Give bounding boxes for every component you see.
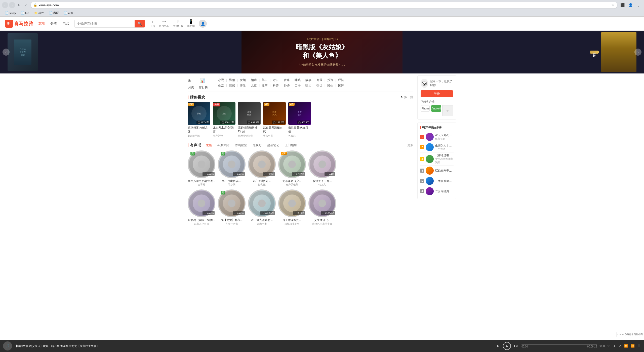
cat-emotion[interactable]: 情感 xyxy=(229,83,235,89)
refresh-button[interactable]: ↻ 换一批 xyxy=(401,95,413,99)
login-button[interactable]: 登录 xyxy=(421,90,453,97)
back-button[interactable]: ← xyxy=(2,2,8,8)
rank-item-4[interactable]: 4 话说嘉宋子：嘉朝30位才子与宋... xyxy=(420,166,454,176)
audio-card-4[interactable]: VIP 🎧 17.37亿 无罪谋杀（义... 有声的依靠 xyxy=(278,150,306,186)
audio-card-6[interactable]: 🎧 3.57亿 金瓶梅（国家一级播... 说书人小马哥 xyxy=(188,189,215,225)
rank-item-3[interactable]: 3 【评论送书】货币战争... 货币战争作者宋鸿兵 xyxy=(420,152,454,166)
audio-card-3[interactable]: 🎧 7.68亿 名门甜妻: 向... 妙儿姐 xyxy=(248,150,276,186)
tab-shangmen[interactable]: 上门婚婿 xyxy=(283,143,298,148)
player-download-button[interactable]: ⬇ xyxy=(613,344,616,348)
nav-radio[interactable]: 电台 xyxy=(62,20,69,27)
search-input[interactable] xyxy=(75,22,135,25)
banner-next-button[interactable]: › xyxy=(634,49,641,56)
player-list-button[interactable]: ☰ xyxy=(637,344,641,348)
cat-bedstory[interactable]: 故事 xyxy=(305,77,311,83)
cat-economy[interactable]: 经济 xyxy=(338,77,344,83)
cat-standup[interactable]: 单口 xyxy=(262,77,268,83)
guess-card-4[interactable]: 武道天风 VIP 🎧 152.5万 武道天风流秘史|武... 半条鱼儿 xyxy=(263,102,286,138)
bookmark-study[interactable]: 📄 study xyxy=(4,11,17,15)
creation-center-action[interactable]: ✏ 创作中心 xyxy=(159,19,169,28)
cat-sleep[interactable]: 睡眠 xyxy=(295,77,301,83)
audio-card-1[interactable]: 完 🎧 3.03亿 重生八零之肥妻逆袭... 古青蛙 xyxy=(188,150,215,186)
url-input[interactable] xyxy=(39,3,610,7)
cat-novel[interactable]: 小说 xyxy=(218,77,224,83)
refresh-button[interactable]: ↻ xyxy=(16,2,22,8)
cat-foreign[interactable]: 外语 xyxy=(284,83,290,89)
ranking-icon-item[interactable]: 📊 排行榜 xyxy=(199,77,208,90)
tab-xiangjiaxingkong[interactable]: 香噶星空 xyxy=(233,143,249,148)
categories-icon-item[interactable]: ⊞ 分类 xyxy=(188,77,195,90)
cat-listening[interactable]: 听力 xyxy=(305,83,311,89)
cat-science[interactable]: 科普 xyxy=(273,83,279,89)
rank-item-2[interactable]: 2 生而为人｜底层社会的... 一个述话 xyxy=(420,142,454,152)
tab-guichuiding[interactable]: 鬼吹灯 xyxy=(251,143,263,148)
cat-business[interactable]: 商业 xyxy=(316,77,323,83)
cat-male[interactable]: 男频 xyxy=(229,77,235,83)
extensions-button[interactable]: ⬛ xyxy=(619,2,626,9)
guess-card-2[interactable]: 龙血 热播 🎧 1081.2万 龙血风水师|免费|雪... 零声朗读 xyxy=(213,102,235,138)
guess-card-3[interactable]: 高销情商 🎧 634.9万 高销情商销售技巧: 如... 德元赞销智慧 xyxy=(238,102,261,138)
player-speed-button[interactable]: x1.0 xyxy=(599,344,605,347)
audio-card-7[interactable]: 完 🎧 3.93亿 完【免费】都市... 九零一听书 xyxy=(218,189,246,225)
cat-children[interactable]: 儿童 xyxy=(251,83,257,89)
guess-card-1[interactable]: 探秘 VIP 🎧 487.4万 探秘档案|未解之谜... Stellar星脉 xyxy=(188,102,210,138)
address-bar[interactable]: 🔒 ☆ xyxy=(31,2,617,9)
upload-label: 上传 xyxy=(150,24,155,28)
player-favorite-button[interactable]: ♡ xyxy=(607,344,611,348)
cat-international[interactable]: 国际 xyxy=(338,83,344,89)
audio-card-2[interactable]: 完 🎧 2.93亿 终山伏魔传说|... 零少侠 xyxy=(218,150,246,186)
rank-name-2: 生而为人｜底层社会的... xyxy=(435,144,454,147)
audio-card-8[interactable]: 🎧 2319.1万 冷王溺宠盗墓材... cv老七七 xyxy=(248,189,276,225)
rank-item-6[interactable]: 6 二月河经典帝王三郎曲｜鲁海淳宁... xyxy=(420,186,454,196)
audio-card-9[interactable]: 🎧 8.79亿 冷王毒宠医妃... 橘橘橘小文鱼 xyxy=(278,189,306,225)
forward-button[interactable]: → xyxy=(9,2,15,8)
cat-story[interactable]: 故事 xyxy=(262,83,268,89)
banner-content[interactable]: 《死亡童话》| 豆瓣评分9.2 暗黑版《灰姑娘》 和《美人鱼》 让你瞬间头皮发麻… xyxy=(242,31,403,73)
audiobooks-more[interactable]: 更多 xyxy=(407,143,413,147)
guess-card-5[interactable]: 盖世仙尊 VIP 🎧 838.7万 盖世仙尊|热血仙侠... 苏牧北 xyxy=(288,102,311,138)
tab-longzu[interactable]: 龙族 xyxy=(204,143,213,148)
profile-button[interactable]: 👤 xyxy=(627,2,634,9)
android-download-button[interactable]: Android xyxy=(431,105,441,112)
cat-music[interactable]: 音乐 xyxy=(284,77,290,83)
client-action[interactable]: 📱 客户端 xyxy=(187,19,195,28)
player-prev-ep-button[interactable]: ⏪ xyxy=(624,344,628,348)
upload-action[interactable]: ↑ 上传 xyxy=(150,19,155,28)
search-button[interactable]: 🔍 xyxy=(135,20,145,28)
cat-people[interactable]: 民生 xyxy=(327,83,333,89)
bookmark-kaoyan[interactable]: 📄 考研 xyxy=(48,11,60,15)
player-share-button[interactable]: ↗ xyxy=(618,344,622,348)
more-button[interactable]: ⋮ xyxy=(635,2,642,9)
player-next-button[interactable]: ⏭ xyxy=(513,343,519,349)
player-prev-button[interactable]: ⏮ xyxy=(495,343,501,349)
banner-prev-button[interactable]: ‹ xyxy=(3,49,10,56)
cat-dialogue[interactable]: 对口 xyxy=(273,77,279,83)
audio-card-10[interactable]: 🎧 1544.7万 艾宝播讲（... 演播艺术家艾宝具 xyxy=(308,189,336,225)
cat-female[interactable]: 女频 xyxy=(240,77,246,83)
tab-daomubiji[interactable]: 盗墓笔记 xyxy=(266,143,281,148)
nav-categories[interactable]: 分类 xyxy=(50,20,57,27)
banner-right-badge[interactable]: 一键解谜 xyxy=(590,51,599,54)
bookmark-fun[interactable]: 📄 fun xyxy=(20,11,30,15)
progress-bar[interactable] xyxy=(521,344,597,345)
rank-item-1[interactable]: 1 星云大师处世智慧全集... 慈善长风 xyxy=(420,132,454,142)
bookmark-star-icon[interactable]: ☆ xyxy=(611,3,615,7)
anchor-publish-action[interactable]: 🎙 主播出版 xyxy=(173,19,183,28)
nav-discover[interactable]: 发现 xyxy=(38,20,45,27)
cat-hot[interactable]: 热点 xyxy=(316,83,323,89)
tab-douluodalu[interactable]: 斗罗大陆 xyxy=(216,143,231,148)
user-avatar[interactable]: 👤 xyxy=(199,20,207,28)
audio-card-5[interactable]: 🎧 2.1亿 权谋天下，寿... 铭九儿 xyxy=(308,150,336,186)
bookmark-software[interactable]: 📁 软件 xyxy=(33,11,45,15)
cat-life[interactable]: 生活 xyxy=(218,83,224,89)
cat-comedy[interactable]: 相声 xyxy=(251,77,257,83)
player-next-ep-button[interactable]: ⏩ xyxy=(630,344,635,348)
iphone-download-button[interactable]: iPhone xyxy=(421,105,430,112)
cat-oral[interactable]: 口语 xyxy=(295,83,301,89)
home-button[interactable]: ⌂ xyxy=(23,2,29,8)
player-play-button[interactable]: ▶ xyxy=(503,342,511,350)
bookmark-408[interactable]: 📄 408 xyxy=(63,11,74,15)
cat-investment[interactable]: 投资 xyxy=(327,77,333,83)
rank-item-5[interactable]: 5 一半在腔里一半在墨烁｜一段时间的... xyxy=(420,176,454,186)
cat-health[interactable]: 养生 xyxy=(240,83,246,89)
